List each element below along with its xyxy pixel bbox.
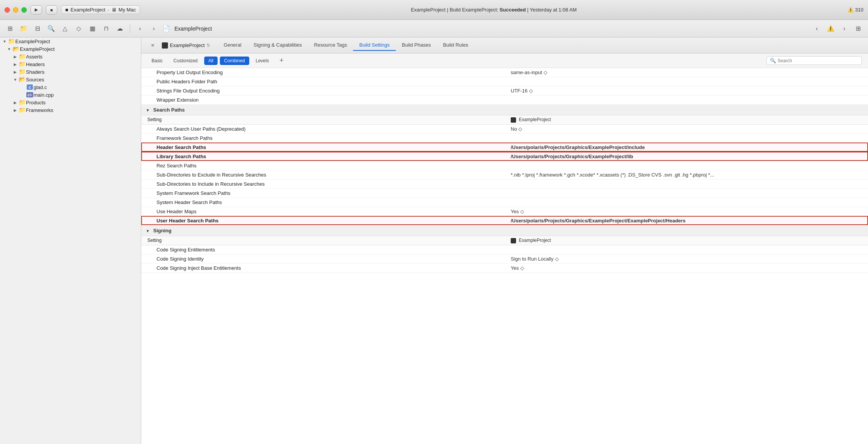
table-row: Property List Output Encoding same-as-in… [141,68,868,77]
nav-back-right-icon[interactable]: ‹ [812,23,822,34]
disclosure-frameworks[interactable] [12,107,18,113]
table-row-header-search[interactable]: Header Search Paths /Users/polaris/Proje… [141,143,868,152]
table-row: Use Header Maps Yes ◇ [141,207,868,216]
close-button[interactable] [5,7,10,13]
disclosure-exampleproject[interactable] [6,46,12,52]
split-view-icon[interactable]: ⊞ [853,23,863,34]
setting-value-cell [505,161,868,170]
section-disclosure-signing-icon: ▼ [146,229,150,233]
project-selector[interactable]: ExampleProject ⇅ [162,42,210,49]
setting-label-cell: Use Header Maps [141,207,505,216]
tab-resource-tags[interactable]: Resource Tags [308,40,353,51]
stop-button[interactable]: ■ [46,5,57,15]
history-icon[interactable]: ☁ [115,23,125,34]
minimize-button[interactable] [13,7,18,13]
project-selector-chevron: ⇅ [207,43,210,48]
tab-build-rules[interactable]: Build Rules [437,40,474,51]
cpp-file-icon: c+ [26,92,34,98]
section-header-signing[interactable]: ▼ Signing [141,225,868,236]
folder-icon-frameworks: 📁 [18,107,26,113]
settings-toolbar: Basic Customized All Combined Levels + 🔍 [141,53,868,68]
filter-customized-btn[interactable]: Customized [169,57,202,65]
tab-signing[interactable]: Signing & Capabilities [247,40,308,51]
disclosure-shaders[interactable] [12,69,18,75]
setting-value-cell [505,188,868,198]
sidebar-item-headers[interactable]: 📁 Headers [0,60,141,68]
c-file-icon: c [26,84,34,90]
setting-value-cell: UTF-16 ◇ [505,86,868,96]
sidebar-item-glad-c[interactable]: c glad.c [0,83,141,91]
filter-levels-btn[interactable]: Levels [252,57,273,65]
project-icon-toolbar: 📄 [162,25,170,32]
symbols-icon[interactable]: ⊟ [32,23,43,34]
filter-all-btn[interactable]: All [204,57,218,65]
nav-back-icon[interactable]: ‹ [135,23,145,34]
sidebar-root-label: ExampleProject [15,39,50,44]
debug-icon[interactable]: ▦ [87,23,98,34]
path-chevron: › [108,8,109,12]
search-box[interactable]: 🔍 [766,56,862,65]
nav-forward-right-icon[interactable]: › [839,23,850,34]
maximize-button[interactable] [21,7,27,13]
setting-value-cell [505,245,868,254]
sidebar-item-frameworks[interactable]: 📁 Frameworks [0,106,141,114]
sidebar-item-sources[interactable]: 📂 Sources [0,76,141,83]
setting-label-cell: Rez Search Paths [141,161,505,170]
section-header-search-paths[interactable]: ▼ Search Paths [141,105,868,115]
project-selector-icon [162,42,168,49]
setting-value-cell: *.nib *.lproj *.framework *.gch *.xcode*… [505,170,868,179]
build-time: | Yesterday at 1:08 AM [526,7,576,13]
play-button[interactable]: ▶ [31,5,42,15]
tests-icon[interactable]: ◇ [73,23,84,34]
table-row-user-header[interactable]: User Header Search Paths /Users/polaris/… [141,216,868,225]
project-navigator-icon[interactable]: 📁 [18,23,29,34]
sidebar-label-main-cpp: main.cpp [34,92,54,98]
tab-build-settings[interactable]: Build Settings [353,40,396,51]
sidebar-item-asserts[interactable]: 📁 Asserts [0,53,141,60]
setting-label-cell: Property List Output Encoding [141,68,505,77]
sidebar-toggle-btn[interactable]: ≡ [147,40,158,51]
section-title-search-paths: Search Paths [153,107,185,113]
add-setting-btn[interactable]: + [277,56,286,65]
nav-forward-icon[interactable]: › [148,23,159,34]
disclosure-root[interactable] [2,38,8,44]
project-title-toolbar: ExampleProject [174,26,212,32]
filter-basic-btn[interactable]: Basic [147,57,167,65]
table-row: Wrapper Extension [141,96,868,105]
tab-general[interactable]: General [218,40,247,51]
disclosure-products[interactable] [12,99,18,105]
setting-label-cell: Always Search User Paths (Deprecated) [141,124,505,133]
project-path[interactable]: ■ ExampleProject › 🖥 My Mac [61,5,140,14]
settings-table: Property List Output Encoding same-as-in… [141,68,868,273]
table-row-library-search[interactable]: Library Search Paths /Users/polaris/Proj… [141,152,868,161]
tab-build-phases[interactable]: Build Phases [396,40,437,51]
search-toolbar-icon[interactable]: 🔍 [46,23,56,34]
project-folder-icon: 📁 [8,38,15,44]
tab-bar: General Signing & Capabilities Resource … [218,40,474,51]
disclosure-headers[interactable] [12,61,18,67]
warning-toolbar-icon[interactable]: ⚠️ [825,23,836,34]
filter-combined-btn[interactable]: Combined [220,57,249,65]
disclosure-asserts[interactable] [12,53,18,60]
search-input[interactable] [778,58,858,63]
setting-value-cell: Yes ◇ [505,263,868,272]
setting-label-highlighted: Library Search Paths [141,152,505,161]
disclosure-sources[interactable] [12,76,18,83]
project-path-icon: ■ [65,7,68,13]
sidebar-item-root[interactable]: 📁 ExampleProject [0,37,141,45]
warning-badge[interactable]: ⚠️ 310 [847,7,863,13]
sidebar-item-products[interactable]: 📁 Products [0,99,141,106]
setting-value-cell [505,179,868,188]
mac-icon: 🖥 [111,7,116,13]
bookmarks-icon[interactable]: ⊓ [101,23,111,34]
titlebar: ▶ ■ ■ ExampleProject › 🖥 My Mac ExampleP… [0,0,868,20]
sidebar-toggle-icon[interactable]: ⊞ [5,23,15,34]
sidebar-item-shaders[interactable]: 📁 Shaders [0,68,141,76]
sidebar-item-exampleproject[interactable]: 📂 ExampleProject [0,45,141,53]
setting-label-cell: Code Signing Identity [141,254,505,263]
setting-value-cell [505,198,868,207]
issues-icon[interactable]: △ [60,23,70,34]
sidebar-item-main-cpp[interactable]: c+ main.cpp [0,91,141,99]
table-row: Code Signing Identity Sign to Run Locall… [141,254,868,263]
project-path-name: ExampleProject [71,7,105,13]
